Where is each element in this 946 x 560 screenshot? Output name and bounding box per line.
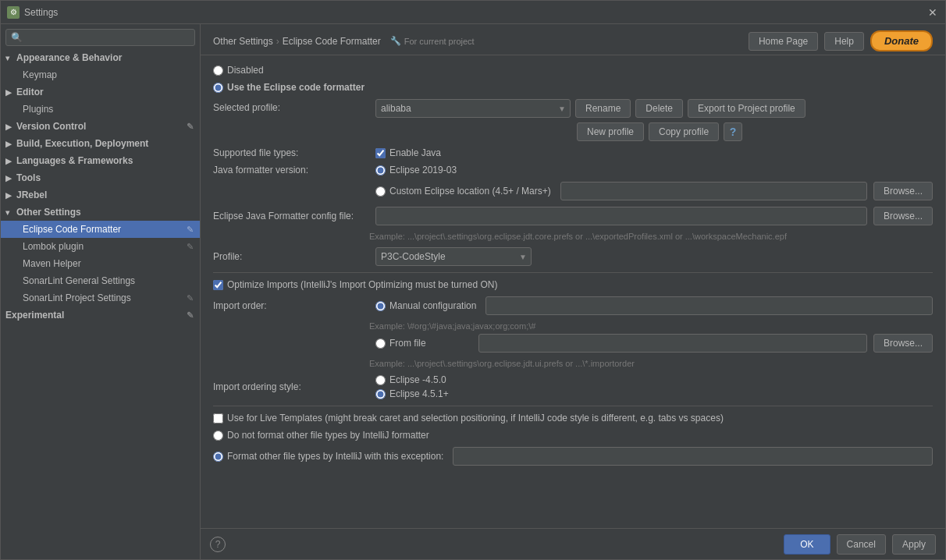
delete-button[interactable]: Delete [635, 99, 683, 118]
format-exception-input[interactable] [453, 447, 933, 466]
cancel-button[interactable]: Cancel [837, 534, 886, 555]
use-eclipse-radio[interactable] [213, 83, 223, 93]
custom-eclipse-row: Custom Eclipse location (4.5+ / Mars+) B… [213, 182, 933, 200]
sidebar: ▾ Appearance & Behavior Keymap ▶ Editor … [1, 24, 201, 559]
live-templates-checkbox[interactable] [213, 413, 223, 424]
eclipse-2019-radio-label[interactable]: Eclipse 2019-03 [375, 165, 457, 175]
settings-window: ⚙ Settings ✕ ▾ Appearance & Behavior Key… [0, 0, 946, 560]
arrow-icon: ▶ [5, 122, 13, 131]
import-ordering-row: Import ordering style: Eclipse -4.5.0 Ec… [213, 374, 933, 399]
sidebar-item-sonarlint-project[interactable]: SonarLint Project Settings ✎ [1, 289, 200, 307]
import-order-label: Import order: [213, 300, 369, 311]
java-formatter-version-label: Java formatter version: [213, 165, 369, 175]
browse1-button[interactable]: Browse... [873, 182, 933, 200]
from-file-row: From file Browse... [213, 334, 933, 353]
bottom-bar: ? OK Cancel Apply [201, 528, 945, 559]
profile-style-select[interactable]: P3C-CodeStyle Default [375, 247, 532, 266]
live-templates-label[interactable]: Use for Live Templates (might break care… [213, 413, 724, 424]
sidebar-item-sonarlint-general[interactable]: SonarLint General Settings [1, 272, 200, 289]
manual-config-radio-label[interactable]: Manual configuration [375, 300, 476, 311]
sidebar-item-appearance[interactable]: ▾ Appearance & Behavior [1, 49, 200, 66]
export-button[interactable]: Export to Project profile [688, 99, 806, 118]
sidebar-item-keymap[interactable]: Keymap [1, 66, 200, 83]
optimize-imports-checkbox[interactable] [213, 280, 223, 290]
config-file-input[interactable]: D:/git/easyexcel/style/codestyle/eclipse… [375, 207, 867, 225]
main-body: Disabled Use the Eclipse code formatter … [201, 55, 945, 528]
browse2-button[interactable]: Browse... [873, 207, 933, 225]
top-buttons: Home Page Help Donate [749, 30, 933, 51]
apply-button[interactable]: Apply [892, 534, 936, 555]
sidebar-item-eclipse-code-formatter[interactable]: Eclipse Code Formatter ✎ [1, 221, 200, 238]
edit-icon: ✎ [187, 225, 194, 235]
for-current-project: 🔧 For current project [390, 36, 475, 46]
sidebar-item-languages[interactable]: ▶ Languages & Frameworks [1, 152, 200, 169]
sidebar-item-editor[interactable]: ▶ Editor [1, 83, 200, 101]
import-order-input[interactable]: java;javax;org;com; [485, 296, 933, 315]
arrow-icon: ▾ [5, 54, 13, 62]
disabled-radio-label[interactable]: Disabled [213, 65, 264, 76]
profile-label: Profile: [213, 251, 369, 262]
main-panel: Other Settings › Eclipse Code Formatter … [201, 24, 945, 559]
eclipse-45-radio[interactable] [375, 375, 386, 385]
sidebar-item-lombok[interactable]: Lombok plugin ✎ [1, 238, 200, 255]
enable-java-checkbox[interactable] [375, 148, 386, 158]
do-not-format-radio-label[interactable]: Do not format other file types by Intell… [213, 430, 429, 441]
breadcrumb: Other Settings › Eclipse Code Formatter [213, 36, 381, 47]
ok-button[interactable]: OK [784, 534, 830, 555]
sidebar-item-jrebel[interactable]: ▶ JRebel [1, 186, 200, 204]
new-profile-button[interactable]: New profile [577, 122, 644, 141]
do-not-format-radio[interactable] [213, 431, 223, 441]
sidebar-item-experimental[interactable]: Experimental ✎ [1, 307, 200, 324]
sidebar-item-maven-helper[interactable]: Maven Helper [1, 255, 200, 272]
manual-config-radio[interactable] [375, 301, 386, 311]
help-button-bottom[interactable]: ? [210, 537, 226, 552]
profile-row: Profile: P3C-CodeStyle Default ▼ [213, 247, 933, 266]
title-bar: ⚙ Settings ✕ [1, 1, 945, 24]
search-input[interactable] [5, 29, 195, 46]
import-order-row: Import order: Manual configuration java;… [213, 296, 933, 315]
main-header: Other Settings › Eclipse Code Formatter … [201, 24, 945, 55]
help-button[interactable]: Help [824, 32, 864, 51]
sidebar-item-version-control[interactable]: ▶ Version Control ✎ [1, 118, 200, 135]
browse3-button[interactable]: Browse... [873, 334, 933, 353]
sidebar-item-plugins[interactable]: Plugins [1, 101, 200, 118]
eclipse-45-radio-label[interactable]: Eclipse -4.5.0 [375, 374, 449, 385]
disabled-radio[interactable] [213, 66, 223, 76]
eclipse-451-radio[interactable] [375, 389, 386, 399]
custom-eclipse-input[interactable] [560, 182, 867, 200]
from-file-radio[interactable] [375, 338, 386, 349]
eclipse-2019-radio[interactable] [375, 165, 386, 175]
optimize-imports-label[interactable]: Optimize Imports (IntelliJ's Import Opti… [213, 279, 497, 290]
supported-file-types-label: Supported file types: [213, 147, 369, 158]
profile-select[interactable]: alibaba Default GoogleStyle [375, 99, 571, 118]
enable-java-label[interactable]: Enable Java [375, 147, 441, 158]
profile-select-wrap: P3C-CodeStyle Default ▼ [375, 247, 532, 266]
sidebar-item-tools[interactable]: ▶ Tools [1, 169, 200, 186]
custom-eclipse-radio[interactable] [375, 186, 386, 197]
arrow-icon: ▶ [5, 140, 13, 148]
divider2 [213, 406, 933, 406]
java-formatter-version-section: Java formatter version: Eclipse 2019-03 … [213, 165, 933, 200]
custom-eclipse-radio-label[interactable]: Custom Eclipse location (4.5+ / Mars+) [375, 186, 551, 197]
eclipse-451-radio-label[interactable]: Eclipse 4.5.1+ [375, 388, 449, 399]
app-icon: ⚙ [7, 6, 20, 19]
arrow-icon: ▶ [5, 174, 13, 183]
rename-button[interactable]: Rename [575, 99, 631, 118]
format-exception-radio[interactable] [213, 452, 223, 462]
arrow-icon: ▾ [5, 208, 13, 217]
donate-button[interactable]: Donate [870, 30, 933, 51]
homepage-button[interactable]: Home Page [749, 32, 818, 51]
format-exception-radio-label[interactable]: Format other file types by IntelliJ with… [213, 451, 443, 462]
close-button[interactable]: ✕ [926, 6, 939, 19]
from-file-radio-label[interactable]: From file [375, 338, 469, 349]
import-order-section: Import order: Manual configuration java;… [213, 296, 933, 368]
from-file-input[interactable] [478, 334, 867, 353]
question-button[interactable]: ? [724, 122, 742, 141]
sidebar-item-other-settings[interactable]: ▾ Other Settings [1, 204, 200, 221]
sidebar-item-build[interactable]: ▶ Build, Execution, Deployment [1, 135, 200, 152]
use-eclipse-radio-label[interactable]: Use the Eclipse code formatter [213, 82, 365, 93]
copy-profile-button[interactable]: Copy profile [649, 122, 719, 141]
java-formatter-version-row: Java formatter version: Eclipse 2019-03 [213, 165, 933, 175]
selected-profile-label: Selected profile: [213, 102, 369, 113]
from-file-example: Example: ...\project\.settings\org.eclip… [369, 359, 933, 368]
